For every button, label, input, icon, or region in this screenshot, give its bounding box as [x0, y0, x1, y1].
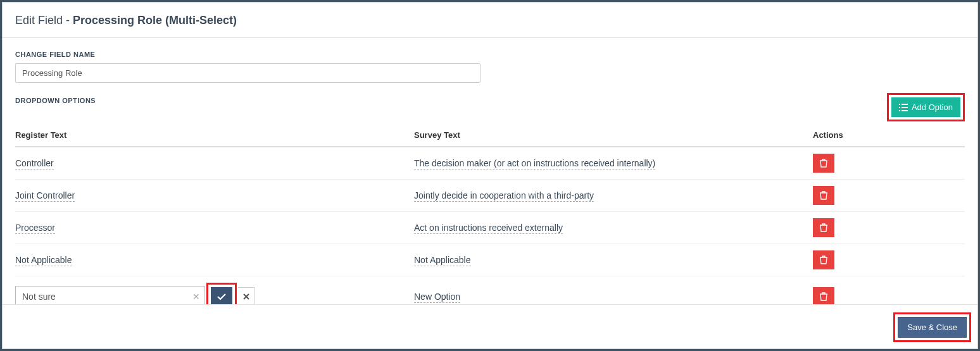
save-close-highlight: Save & Close: [893, 312, 971, 342]
confirm-button[interactable]: [211, 287, 232, 304]
add-option-label: Add Option: [912, 102, 953, 112]
add-option-button[interactable]: Add Option: [891, 97, 960, 117]
col-register-header: Register Text: [15, 124, 414, 147]
edit-cell: ✕: [15, 283, 409, 304]
clear-input-icon[interactable]: ✕: [192, 292, 200, 302]
modal-title-prefix: Edit Field -: [15, 14, 73, 27]
survey-text[interactable]: Jointly decide in cooperation with a thi…: [414, 190, 594, 202]
add-option-highlight: Add Option: [887, 93, 965, 121]
cancel-edit-button[interactable]: [238, 287, 254, 304]
register-text[interactable]: Processor: [15, 223, 55, 234]
delete-button[interactable]: [813, 287, 834, 304]
field-name-input[interactable]: [15, 63, 481, 83]
close-icon: [243, 293, 249, 300]
delete-button[interactable]: [813, 250, 834, 269]
save-close-button[interactable]: Save & Close: [898, 317, 967, 338]
modal-title: Processing Role (Multi-Select): [73, 14, 237, 27]
confirm-highlight: [206, 283, 237, 304]
delete-button[interactable]: [813, 218, 834, 237]
trash-icon: [820, 223, 827, 232]
col-survey-header: Survey Text: [414, 124, 813, 147]
table-row-editing: ✕: [15, 276, 965, 305]
delete-button[interactable]: [813, 154, 834, 173]
table-row: Processor Act on instructions received e…: [15, 212, 965, 244]
delete-button[interactable]: [813, 186, 834, 205]
trash-icon: [820, 256, 827, 264]
survey-text[interactable]: Act on instructions received externally: [414, 223, 563, 234]
table-row: Joint Controller Jointly decide in coope…: [15, 180, 965, 212]
modal-body: CHANGE FIELD NAME DROPDOWN OPTIONS Add O…: [3, 38, 977, 304]
modal-header: Edit Field - Processing Role (Multi-Sele…: [3, 3, 977, 38]
list-icon: [899, 104, 908, 111]
check-icon: [217, 293, 226, 300]
modal-footer: Save & Close: [3, 304, 977, 348]
survey-text[interactable]: The decision maker (or act on instructio…: [414, 158, 655, 169]
register-edit-input[interactable]: [15, 286, 205, 304]
change-field-name-label: CHANGE FIELD NAME: [15, 51, 965, 58]
survey-text[interactable]: Not Applicable: [414, 255, 471, 266]
table-row: Not Applicable Not Applicable: [15, 244, 965, 276]
trash-icon: [820, 292, 827, 301]
table-row: Controller The decision maker (or act on…: [15, 147, 965, 180]
trash-icon: [820, 159, 827, 168]
options-table: Register Text Survey Text Actions Contro…: [15, 124, 965, 304]
register-text[interactable]: Controller: [15, 158, 54, 169]
register-text[interactable]: Joint Controller: [15, 190, 75, 202]
survey-text[interactable]: New Option: [414, 292, 460, 303]
col-actions-header: Actions: [813, 124, 965, 147]
register-text[interactable]: Not Applicable: [15, 255, 72, 266]
edit-field-modal: Edit Field - Processing Role (Multi-Sele…: [2, 2, 978, 349]
trash-icon: [820, 191, 827, 200]
dropdown-options-label: DROPDOWN OPTIONS: [15, 97, 96, 104]
